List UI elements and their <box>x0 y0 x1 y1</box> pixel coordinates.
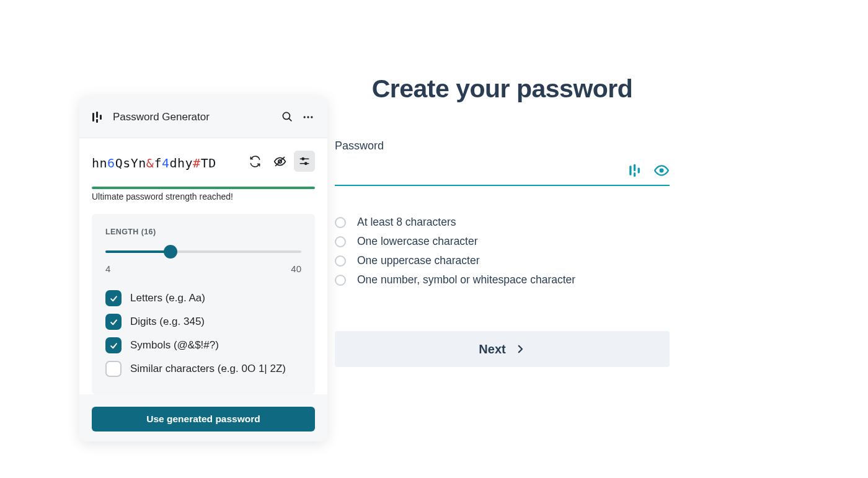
option-label: Letters (e.g. Aa) <box>130 290 205 306</box>
requirement-item: At least 8 characters <box>335 216 670 229</box>
requirement-text: One uppercase character <box>357 254 479 267</box>
option-checkbox[interactable] <box>105 314 122 330</box>
svg-rect-3 <box>100 115 102 120</box>
more-icon[interactable] <box>298 107 319 128</box>
next-button[interactable]: Next <box>335 331 670 367</box>
svg-point-7 <box>307 116 309 118</box>
password-input-wrap <box>335 156 670 186</box>
strength-bar <box>92 187 315 189</box>
svg-point-6 <box>304 116 306 118</box>
option-label: Digits (e.g. 345) <box>130 314 205 329</box>
requirement-text: One lowercase character <box>357 235 478 248</box>
requirement-item: One number, symbol or whitespace charact… <box>335 273 670 286</box>
settings-sliders-icon[interactable] <box>294 151 315 172</box>
requirement-item: One lowercase character <box>335 235 670 248</box>
length-max: 40 <box>291 263 301 274</box>
length-label: LENGTH (16) <box>105 228 301 236</box>
requirement-text: At least 8 characters <box>357 216 456 229</box>
password-requirements: At least 8 charactersOne lowercase chara… <box>335 216 670 286</box>
generator-settings: LENGTH (16) 4 40 Letters (e.g. Aa)Digits… <box>92 214 315 394</box>
dashlane-logo-icon <box>91 111 103 123</box>
option-row: Digits (e.g. 345) <box>105 314 301 330</box>
requirement-status-icon <box>335 236 346 247</box>
strength-label: Ultimate password strength reached! <box>92 192 315 201</box>
requirement-text: One number, symbol or whitespace charact… <box>357 273 575 286</box>
use-generated-password-button[interactable]: Use generated password <box>92 407 315 432</box>
option-checkbox[interactable] <box>105 290 122 306</box>
svg-point-12 <box>302 158 304 160</box>
generator-title: Password Generator <box>113 111 277 123</box>
option-row: Symbols (@&$!#?) <box>105 337 301 353</box>
requirement-status-icon <box>335 255 346 267</box>
generator-header: Password Generator <box>79 96 327 138</box>
hide-password-icon[interactable] <box>269 151 290 172</box>
length-slider[interactable] <box>105 245 301 259</box>
option-label: Symbols (@&$!#?) <box>130 337 219 353</box>
generated-password: hn6QsYn&f4dhy#TD <box>92 151 241 175</box>
svg-rect-2 <box>96 119 98 123</box>
chevron-right-icon <box>515 343 526 355</box>
svg-rect-15 <box>629 166 631 175</box>
svg-rect-17 <box>634 172 636 177</box>
autofill-logo-icon[interactable] <box>629 164 640 177</box>
password-generator-panel: Password Generator hn6QsYn&f4dhy#TD <box>79 96 327 441</box>
svg-rect-16 <box>634 164 636 171</box>
svg-rect-0 <box>92 113 94 122</box>
svg-rect-18 <box>638 168 640 174</box>
requirement-status-icon <box>335 217 346 228</box>
search-icon[interactable] <box>277 107 298 128</box>
password-input[interactable] <box>335 156 615 185</box>
generator-body: hn6QsYn&f4dhy#TD <box>79 138 327 394</box>
requirement-status-icon <box>335 275 346 286</box>
option-checkbox[interactable] <box>105 337 122 353</box>
svg-point-8 <box>311 116 312 118</box>
page-title: Create your password <box>335 74 670 104</box>
option-label: Similar characters (e.g. 0O 1| 2Z) <box>130 361 286 376</box>
svg-point-14 <box>305 162 307 164</box>
password-field-label: Password <box>335 139 670 153</box>
length-min: 4 <box>105 263 110 274</box>
next-button-label: Next <box>479 342 505 356</box>
svg-point-19 <box>660 169 664 173</box>
svg-rect-1 <box>96 112 98 118</box>
requirement-item: One uppercase character <box>335 254 670 267</box>
show-password-icon[interactable] <box>653 162 670 179</box>
option-checkbox[interactable] <box>105 361 122 377</box>
option-row: Similar characters (e.g. 0O 1| 2Z) <box>105 361 301 377</box>
regenerate-icon[interactable] <box>244 151 265 172</box>
svg-line-5 <box>288 118 291 121</box>
create-password-section: Create your password Password At least 8… <box>335 74 670 367</box>
option-row: Letters (e.g. Aa) <box>105 290 301 306</box>
